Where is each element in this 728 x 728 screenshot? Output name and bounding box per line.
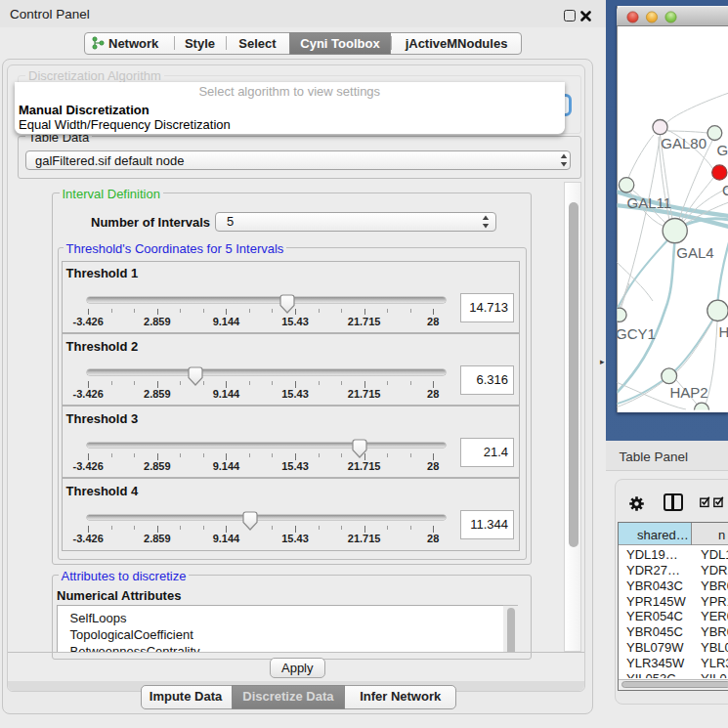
- svg-text:C: C: [722, 182, 728, 198]
- svg-text:H: H: [719, 323, 728, 340]
- svg-text:GAL4: GAL4: [676, 244, 713, 261]
- svg-text:GA: GA: [717, 142, 728, 158]
- svg-text:HAP2: HAP2: [670, 384, 708, 401]
- svg-text:GCY1: GCY1: [616, 325, 656, 342]
- svg-text:GAL11: GAL11: [627, 194, 672, 211]
- svg-text:GAL80: GAL80: [661, 135, 707, 151]
